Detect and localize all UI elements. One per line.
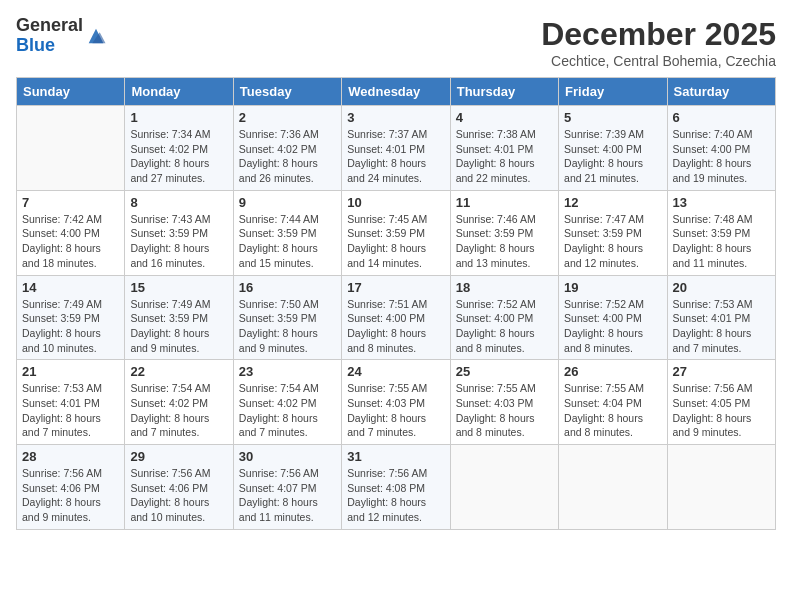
day-info: Sunrise: 7:56 AMSunset: 4:06 PMDaylight:…: [22, 466, 119, 525]
day-number: 27: [673, 364, 770, 379]
day-info: Sunrise: 7:45 AMSunset: 3:59 PMDaylight:…: [347, 212, 444, 271]
day-number: 21: [22, 364, 119, 379]
day-number: 20: [673, 280, 770, 295]
day-number: 9: [239, 195, 336, 210]
logo-icon: [85, 25, 107, 47]
day-number: 3: [347, 110, 444, 125]
day-info: Sunrise: 7:53 AMSunset: 4:01 PMDaylight:…: [673, 297, 770, 356]
day-info: Sunrise: 7:49 AMSunset: 3:59 PMDaylight:…: [22, 297, 119, 356]
day-info: Sunrise: 7:54 AMSunset: 4:02 PMDaylight:…: [239, 381, 336, 440]
logo: General Blue: [16, 16, 107, 56]
day-number: 22: [130, 364, 227, 379]
day-number: 18: [456, 280, 553, 295]
day-number: 24: [347, 364, 444, 379]
calendar-cell: [17, 106, 125, 191]
day-number: 28: [22, 449, 119, 464]
day-number: 6: [673, 110, 770, 125]
calendar-cell: 31Sunrise: 7:56 AMSunset: 4:08 PMDayligh…: [342, 445, 450, 530]
day-number: 8: [130, 195, 227, 210]
title-block: December 2025 Cechtice, Central Bohemia,…: [541, 16, 776, 69]
calendar-cell: 19Sunrise: 7:52 AMSunset: 4:00 PMDayligh…: [559, 275, 667, 360]
day-info: Sunrise: 7:50 AMSunset: 3:59 PMDaylight:…: [239, 297, 336, 356]
logo-general: General: [16, 16, 83, 36]
calendar-cell: 29Sunrise: 7:56 AMSunset: 4:06 PMDayligh…: [125, 445, 233, 530]
day-number: 13: [673, 195, 770, 210]
month-title: December 2025: [541, 16, 776, 53]
day-number: 4: [456, 110, 553, 125]
day-info: Sunrise: 7:43 AMSunset: 3:59 PMDaylight:…: [130, 212, 227, 271]
day-number: 12: [564, 195, 661, 210]
calendar-cell: 28Sunrise: 7:56 AMSunset: 4:06 PMDayligh…: [17, 445, 125, 530]
calendar-cell: 13Sunrise: 7:48 AMSunset: 3:59 PMDayligh…: [667, 190, 775, 275]
day-number: 31: [347, 449, 444, 464]
calendar-week-row: 21Sunrise: 7:53 AMSunset: 4:01 PMDayligh…: [17, 360, 776, 445]
calendar-cell: 14Sunrise: 7:49 AMSunset: 3:59 PMDayligh…: [17, 275, 125, 360]
calendar-week-row: 7Sunrise: 7:42 AMSunset: 4:00 PMDaylight…: [17, 190, 776, 275]
weekday-header-tuesday: Tuesday: [233, 78, 341, 106]
day-number: 30: [239, 449, 336, 464]
calendar-cell: 11Sunrise: 7:46 AMSunset: 3:59 PMDayligh…: [450, 190, 558, 275]
day-info: Sunrise: 7:52 AMSunset: 4:00 PMDaylight:…: [456, 297, 553, 356]
day-info: Sunrise: 7:56 AMSunset: 4:08 PMDaylight:…: [347, 466, 444, 525]
location: Cechtice, Central Bohemia, Czechia: [541, 53, 776, 69]
weekday-header-row: SundayMondayTuesdayWednesdayThursdayFrid…: [17, 78, 776, 106]
calendar-cell: 1Sunrise: 7:34 AMSunset: 4:02 PMDaylight…: [125, 106, 233, 191]
weekday-header-monday: Monday: [125, 78, 233, 106]
day-info: Sunrise: 7:36 AMSunset: 4:02 PMDaylight:…: [239, 127, 336, 186]
calendar-week-row: 1Sunrise: 7:34 AMSunset: 4:02 PMDaylight…: [17, 106, 776, 191]
day-info: Sunrise: 7:55 AMSunset: 4:03 PMDaylight:…: [456, 381, 553, 440]
weekday-header-wednesday: Wednesday: [342, 78, 450, 106]
day-info: Sunrise: 7:42 AMSunset: 4:00 PMDaylight:…: [22, 212, 119, 271]
day-info: Sunrise: 7:49 AMSunset: 3:59 PMDaylight:…: [130, 297, 227, 356]
calendar-cell: [450, 445, 558, 530]
day-number: 25: [456, 364, 553, 379]
calendar-cell: 3Sunrise: 7:37 AMSunset: 4:01 PMDaylight…: [342, 106, 450, 191]
calendar-cell: 4Sunrise: 7:38 AMSunset: 4:01 PMDaylight…: [450, 106, 558, 191]
day-info: Sunrise: 7:46 AMSunset: 3:59 PMDaylight:…: [456, 212, 553, 271]
weekday-header-friday: Friday: [559, 78, 667, 106]
calendar-cell: 21Sunrise: 7:53 AMSunset: 4:01 PMDayligh…: [17, 360, 125, 445]
day-number: 19: [564, 280, 661, 295]
day-number: 23: [239, 364, 336, 379]
day-info: Sunrise: 7:38 AMSunset: 4:01 PMDaylight:…: [456, 127, 553, 186]
day-info: Sunrise: 7:39 AMSunset: 4:00 PMDaylight:…: [564, 127, 661, 186]
day-number: 2: [239, 110, 336, 125]
day-info: Sunrise: 7:51 AMSunset: 4:00 PMDaylight:…: [347, 297, 444, 356]
calendar-cell: 12Sunrise: 7:47 AMSunset: 3:59 PMDayligh…: [559, 190, 667, 275]
calendar-week-row: 28Sunrise: 7:56 AMSunset: 4:06 PMDayligh…: [17, 445, 776, 530]
calendar-cell: 5Sunrise: 7:39 AMSunset: 4:00 PMDaylight…: [559, 106, 667, 191]
calendar-cell: 26Sunrise: 7:55 AMSunset: 4:04 PMDayligh…: [559, 360, 667, 445]
day-number: 14: [22, 280, 119, 295]
day-info: Sunrise: 7:34 AMSunset: 4:02 PMDaylight:…: [130, 127, 227, 186]
day-number: 15: [130, 280, 227, 295]
calendar-cell: 24Sunrise: 7:55 AMSunset: 4:03 PMDayligh…: [342, 360, 450, 445]
calendar-cell: 8Sunrise: 7:43 AMSunset: 3:59 PMDaylight…: [125, 190, 233, 275]
calendar-cell: 6Sunrise: 7:40 AMSunset: 4:00 PMDaylight…: [667, 106, 775, 191]
day-info: Sunrise: 7:56 AMSunset: 4:06 PMDaylight:…: [130, 466, 227, 525]
calendar-table: SundayMondayTuesdayWednesdayThursdayFrid…: [16, 77, 776, 530]
weekday-header-thursday: Thursday: [450, 78, 558, 106]
day-number: 10: [347, 195, 444, 210]
day-info: Sunrise: 7:56 AMSunset: 4:07 PMDaylight:…: [239, 466, 336, 525]
day-number: 11: [456, 195, 553, 210]
day-number: 17: [347, 280, 444, 295]
calendar-cell: 7Sunrise: 7:42 AMSunset: 4:00 PMDaylight…: [17, 190, 125, 275]
day-number: 29: [130, 449, 227, 464]
calendar-cell: 30Sunrise: 7:56 AMSunset: 4:07 PMDayligh…: [233, 445, 341, 530]
logo-blue: Blue: [16, 36, 83, 56]
calendar-cell: 15Sunrise: 7:49 AMSunset: 3:59 PMDayligh…: [125, 275, 233, 360]
calendar-cell: 25Sunrise: 7:55 AMSunset: 4:03 PMDayligh…: [450, 360, 558, 445]
calendar-cell: [667, 445, 775, 530]
calendar-cell: 22Sunrise: 7:54 AMSunset: 4:02 PMDayligh…: [125, 360, 233, 445]
day-number: 5: [564, 110, 661, 125]
day-info: Sunrise: 7:40 AMSunset: 4:00 PMDaylight:…: [673, 127, 770, 186]
calendar-cell: [559, 445, 667, 530]
day-info: Sunrise: 7:56 AMSunset: 4:05 PMDaylight:…: [673, 381, 770, 440]
calendar-cell: 18Sunrise: 7:52 AMSunset: 4:00 PMDayligh…: [450, 275, 558, 360]
calendar-cell: 9Sunrise: 7:44 AMSunset: 3:59 PMDaylight…: [233, 190, 341, 275]
calendar-week-row: 14Sunrise: 7:49 AMSunset: 3:59 PMDayligh…: [17, 275, 776, 360]
calendar-cell: 27Sunrise: 7:56 AMSunset: 4:05 PMDayligh…: [667, 360, 775, 445]
day-info: Sunrise: 7:55 AMSunset: 4:03 PMDaylight:…: [347, 381, 444, 440]
calendar-cell: 23Sunrise: 7:54 AMSunset: 4:02 PMDayligh…: [233, 360, 341, 445]
calendar-cell: 16Sunrise: 7:50 AMSunset: 3:59 PMDayligh…: [233, 275, 341, 360]
